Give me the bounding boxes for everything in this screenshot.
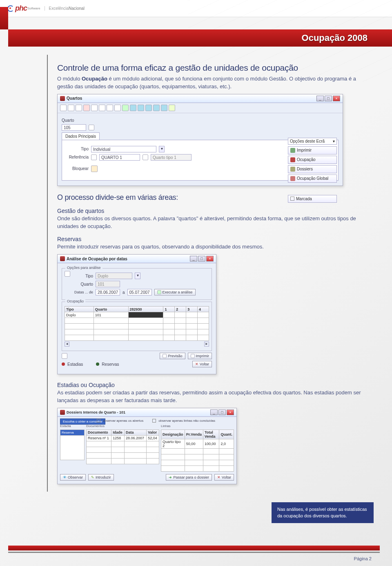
ref-search-icon[interactable] [143, 154, 148, 160]
tipo-select[interactable]: Individual [91, 146, 156, 152]
close-icon[interactable]: × [206, 256, 214, 262]
bloquear-label: Bloquear [66, 166, 89, 171]
screenshot-dossiers-window: Dossiers Internos de Quarto - 101 _ □ × … [57, 408, 237, 484]
screenshot-quartos-window: Quartos _ □ × Quarto [57, 94, 343, 186]
close-icon: ✕ [217, 475, 220, 479]
global-icon [290, 176, 295, 181]
window-title: Análise de Ocupação por datas [67, 257, 127, 261]
footer-strip [8, 546, 380, 550]
voltar-button[interactable]: ✕Voltar [192, 361, 212, 367]
minimize-icon[interactable]: _ [210, 409, 218, 415]
tab-dados-principais[interactable]: Dados Principais [62, 132, 100, 140]
window-title: Dossiers Internos de Quarto - 101 [67, 410, 125, 414]
close-icon: ✕ [195, 362, 198, 366]
quarto-label: Quarto [62, 118, 74, 123]
forecast-icon [163, 354, 167, 358]
estadia-row[interactable]: Reserva [60, 430, 85, 435]
chevron-down-icon[interactable]: ▾ [135, 273, 140, 279]
chart-icon[interactable] [99, 105, 105, 111]
lookup-icon[interactable] [89, 125, 94, 130]
dossiers-button[interactable]: Dossiers [288, 165, 337, 173]
introduzir-button[interactable]: ✎Introduzir [88, 474, 114, 481]
minimize-icon[interactable]: _ [316, 96, 324, 101]
ocupacao-global-button[interactable]: Ocupação Global [288, 174, 337, 183]
open-icon[interactable] [76, 105, 82, 111]
gestao-quartos-text: Onde são definidos os diversos quartos. … [57, 215, 368, 230]
view-icon: 👁 [63, 475, 67, 479]
occupation-grid: Tipo Quarto 282930 1 2 3 4 Duplo 101 [65, 306, 209, 341]
estadias-heading: Estadias ou Ocupação [57, 382, 368, 388]
date-from-input[interactable]: 28.06.2007 [96, 289, 120, 295]
maximize-icon[interactable]: □ [325, 96, 332, 101]
tagline: ExcelênciaNacional [45, 6, 85, 11]
window-title: Quartos [67, 96, 82, 101]
referencia-input[interactable]: QUARTO 1 [99, 154, 140, 161]
tipo-label: Tipo [73, 274, 93, 278]
nav-prev-icon[interactable] [138, 105, 144, 111]
imprimir-button[interactable]: Imprimir [288, 146, 337, 154]
executar-button[interactable]: Executar a análise [154, 289, 196, 295]
ocupacao-button[interactable]: Ocupação [288, 156, 337, 164]
ref-lookup-icon[interactable] [91, 154, 97, 160]
minimize-icon[interactable]: _ [190, 256, 197, 262]
nav-next-icon[interactable] [145, 105, 152, 111]
refresh-icon[interactable] [122, 105, 129, 111]
app-icon [60, 256, 65, 261]
lock-icon[interactable] [91, 166, 98, 172]
top-header: phc Software ExcelênciaNacional [0, 0, 392, 17]
screenshot-analise-window: Análise de Ocupação por datas _ □ × Opçõ… [57, 254, 216, 374]
datas-label: Datas ... de [73, 290, 93, 294]
tool-icon[interactable] [114, 105, 121, 111]
observar-button[interactable]: 👁Observar [60, 474, 86, 481]
reservas-heading: Reservas [57, 236, 368, 242]
nav-last-icon[interactable] [153, 105, 160, 111]
brand-logo: phc Software [7, 4, 40, 13]
chevron-down-icon: ▾ [333, 139, 335, 143]
search-icon[interactable] [60, 105, 67, 111]
left-margin-rule [47, 55, 48, 492]
add-icon: ✎ [91, 475, 94, 479]
group-options-legend: Opções para análise [65, 266, 102, 270]
imprimir-button[interactable]: Imprimir [188, 353, 212, 359]
delete-icon[interactable] [83, 105, 90, 111]
app-icon [60, 410, 65, 415]
new-icon[interactable] [68, 105, 74, 111]
estadias-text: As estadias podem ser criadas a partir d… [57, 389, 368, 405]
help-icon[interactable] [161, 105, 167, 111]
voltar-button[interactable]: ✕Voltar [214, 474, 234, 481]
reservas-text: Permite introduzir reservas para os quar… [57, 243, 368, 251]
tipo-input[interactable]: Duplo [96, 273, 132, 279]
page-content: Controle de uma forma eficaz a gestão de… [0, 34, 392, 508]
maximize-icon[interactable]: □ [198, 256, 205, 262]
estadia-header: Estadia [60, 424, 85, 428]
quarto-input[interactable]: 101 [96, 281, 120, 287]
close-icon[interactable]: × [227, 409, 234, 415]
filter-icon[interactable] [65, 271, 70, 277]
linhas-header: Linhas [161, 424, 234, 428]
legend-reservas-label: Reservas [102, 362, 119, 367]
passar-dossier-button[interactable]: ➜Passar para o dossier [166, 474, 212, 481]
export-icon[interactable] [62, 353, 67, 359]
previsao-button[interactable]: Previsão [160, 353, 185, 359]
nav-prev-icon[interactable]: ◄ [65, 342, 69, 347]
legend-estadias-label: Estadias [67, 362, 83, 367]
maximize-icon[interactable]: □ [218, 409, 226, 415]
legend-estadias-dot [62, 362, 65, 366]
options-combo[interactable]: Opções deste Ecrã▾ [288, 138, 337, 145]
tree-icon[interactable] [107, 105, 113, 111]
quarto-input[interactable]: 105 [62, 124, 86, 131]
gestao-quartos-heading: Gestão de quartos [57, 208, 368, 214]
checkbox-icon[interactable] [97, 419, 100, 423]
chevron-down-icon[interactable]: ▾ [159, 146, 165, 152]
nav-first-icon[interactable] [130, 105, 136, 111]
checkbox-icon[interactable] [152, 419, 156, 423]
exit-icon[interactable] [169, 105, 175, 111]
logo-text: phc [15, 4, 27, 13]
date-to-input[interactable]: 05.07.2007 [127, 289, 152, 295]
marcada-check[interactable]: Marcada [288, 195, 337, 203]
run-icon [157, 290, 161, 294]
window-titlebar: Quartos _ □ × [58, 94, 343, 103]
nav-next-icon[interactable]: ► [204, 342, 209, 347]
close-icon[interactable]: × [333, 96, 340, 101]
edit-icon[interactable] [91, 105, 98, 111]
